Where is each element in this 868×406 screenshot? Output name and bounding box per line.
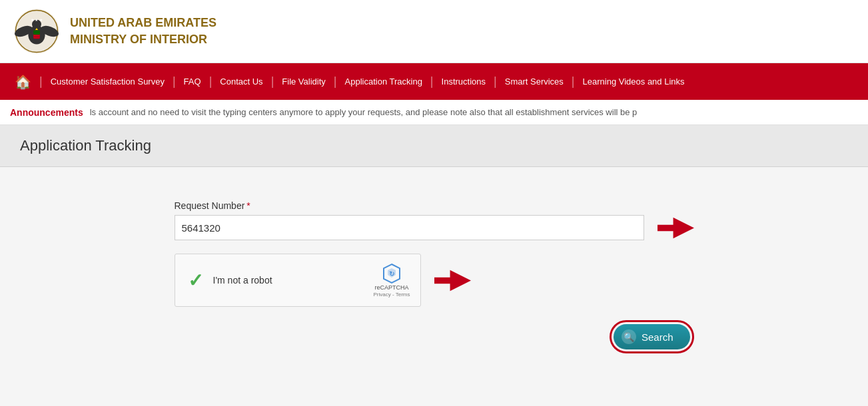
request-number-label: Request Number* — [175, 200, 694, 211]
recaptcha-logo: ↻ reCAPTCHA Privacy - Terms — [374, 263, 410, 298]
nav-item-faq[interactable]: FAQ — [176, 77, 209, 87]
arrow-captcha-icon — [434, 269, 471, 292]
ministry-logo: ★ ★ ★ — [13, 8, 60, 55]
recaptcha-brand: reCAPTCHA — [375, 284, 409, 292]
nav-item-file-validity[interactable]: File Validity — [274, 77, 334, 87]
required-marker: * — [246, 200, 250, 211]
request-number-group: Request Number* — [175, 200, 694, 240]
captcha-box[interactable]: ✓ I'm not a robot ↻ reCAPTCHA Privacy - … — [175, 254, 421, 307]
nav-item-contact-us[interactable]: Contact Us — [212, 77, 270, 87]
nav-item-application-tracking[interactable]: Application Tracking — [337, 77, 430, 87]
nav-item-smart-services[interactable]: Smart Services — [497, 77, 572, 87]
recaptcha-links: Privacy - Terms — [374, 292, 410, 298]
nav-item-instructions[interactable]: Instructions — [434, 77, 494, 87]
captcha-checkmark: ✓ — [185, 270, 207, 291]
search-row: 🔍 Search — [175, 320, 694, 353]
org-line1: UNITED ARAB EMIRATES — [70, 15, 217, 31]
search-icon: 🔍 — [622, 329, 636, 344]
org-title: UNITED ARAB EMIRATES MINISTRY OF INTERIO… — [70, 15, 217, 48]
nav-item-customer-satisfaction[interactable]: Customer Satisfaction Survey — [43, 77, 173, 87]
page-title: Application Tracking — [20, 137, 848, 154]
nav-home-icon[interactable]: 🏠 — [7, 74, 39, 90]
search-button[interactable]: 🔍 Search — [614, 324, 690, 349]
page-title-area: Application Tracking — [0, 125, 868, 167]
svg-marker-10 — [657, 217, 694, 238]
captcha-row: ✓ I'm not a robot ↻ reCAPTCHA Privacy - … — [175, 254, 694, 307]
search-button-label: Search — [642, 331, 673, 343]
captcha-label: I'm not a robot — [213, 275, 367, 286]
arrow-right-icon — [657, 216, 694, 240]
svg-text:★ ★ ★: ★ ★ ★ — [31, 18, 43, 22]
svg-rect-8 — [33, 31, 40, 35]
announcements-text: ls account and no need to visit the typi… — [90, 107, 638, 117]
main-content: Request Number* ✓ I'm not a robot — [0, 167, 868, 406]
header: ★ ★ ★ UNITED ARAB EMIRATES MINISTRY OF I… — [0, 0, 868, 63]
svg-marker-12 — [434, 270, 471, 290]
request-number-row — [175, 215, 694, 240]
org-line2: MINISTRY OF INTERIOR — [70, 31, 217, 48]
tracking-form: Request Number* ✓ I'm not a robot — [20, 194, 848, 353]
svg-text:↻: ↻ — [389, 270, 394, 278]
announcements-bar: Announcements ls account and no need to … — [0, 100, 868, 125]
recaptcha-icon: ↻ — [381, 263, 402, 284]
announcements-label: Announcements — [10, 107, 83, 118]
emblem-svg: ★ ★ ★ — [13, 8, 60, 55]
search-button-wrapper: 🔍 Search — [610, 320, 694, 353]
nav-item-learning-videos[interactable]: Learning Videos and Links — [575, 77, 693, 87]
request-number-input[interactable] — [175, 215, 644, 240]
nav-bar: 🏠 | Customer Satisfaction Survey | FAQ |… — [0, 63, 868, 100]
